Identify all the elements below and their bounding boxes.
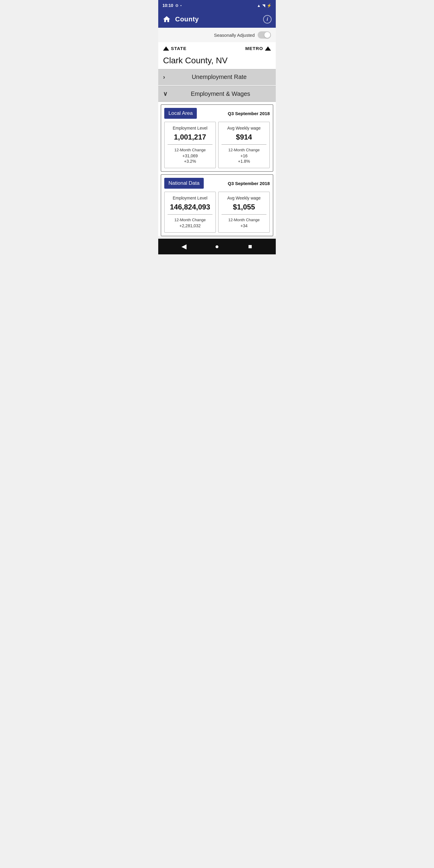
local-area-grid: Employment Level 1,001,217 12-Month Chan… bbox=[164, 122, 270, 168]
seasonally-adjusted-row: Seasonally Adjusted bbox=[158, 28, 276, 42]
unemployment-section-header[interactable]: › Unemployment Rate bbox=[158, 69, 276, 85]
status-bar-right: ▲ ◥ ⚡ bbox=[257, 3, 272, 8]
content-area: Seasonally Adjusted STATE METRO Clark Co… bbox=[158, 28, 276, 236]
seasonally-label: Seasonally Adjusted bbox=[214, 33, 255, 38]
national-data-grid: Employment Level 146,824,093 12-Month Ch… bbox=[164, 192, 270, 233]
status-time: 10:10 bbox=[162, 3, 173, 8]
toggle-knob bbox=[264, 32, 270, 38]
national-avg-wage-cell: Avg Weekly wage $1,055 12-Month Change +… bbox=[218, 192, 270, 233]
status-bar-left: 10:10 ⚙ ▪ bbox=[162, 3, 182, 8]
local-avg-wage-value: $914 bbox=[221, 133, 267, 145]
local-area-date: Q3 September 2018 bbox=[228, 111, 270, 116]
state-nav-button[interactable]: STATE bbox=[163, 46, 187, 51]
navigation-row: STATE METRO bbox=[158, 42, 276, 53]
back-button[interactable]: ◀ bbox=[179, 241, 189, 252]
bottom-navigation: ◀ ● ■ bbox=[158, 239, 276, 254]
battery-icon: ⚡ bbox=[267, 3, 272, 8]
state-nav-label: STATE bbox=[171, 46, 187, 51]
local-employment-level-label: Employment Level bbox=[167, 126, 213, 130]
national-employment-change-absolute: +2,281,032 bbox=[167, 223, 213, 228]
home-button[interactable]: ● bbox=[212, 241, 222, 252]
local-area-card: Local Area Q3 September 2018 Employment … bbox=[161, 104, 273, 172]
state-arrow-icon bbox=[163, 46, 169, 51]
metro-nav-button[interactable]: METRO bbox=[245, 46, 271, 51]
national-avg-wage-value: $1,055 bbox=[221, 203, 267, 215]
signal-icon: ◥ bbox=[262, 3, 265, 8]
info-icon[interactable]: i bbox=[263, 15, 272, 24]
national-avg-wage-change-absolute: +34 bbox=[221, 223, 267, 228]
employment-wages-section-header[interactable]: ∨ Employment & Wages bbox=[158, 86, 276, 102]
local-area-card-header: Local Area Q3 September 2018 bbox=[164, 108, 270, 119]
national-data-card: National Data Q3 September 2018 Employme… bbox=[161, 174, 273, 236]
app-bar-left: County bbox=[162, 15, 199, 24]
national-avg-wage-change-label: 12-Month Change bbox=[221, 218, 267, 222]
national-avg-wage-label: Avg Weekly wage bbox=[221, 195, 267, 200]
national-employment-level-value: 146,824,093 bbox=[167, 203, 213, 215]
county-name: Clark County, NV bbox=[158, 53, 276, 69]
home-icon[interactable] bbox=[162, 15, 171, 24]
national-employment-change-label: 12-Month Change bbox=[167, 218, 213, 222]
status-bar: 10:10 ⚙ ▪ ▲ ◥ ⚡ bbox=[158, 0, 276, 11]
recent-apps-button[interactable]: ■ bbox=[245, 241, 255, 252]
national-data-date: Q3 September 2018 bbox=[228, 181, 270, 186]
employment-wages-section-label: Employment & Wages bbox=[170, 90, 271, 97]
local-employment-change-absolute: +31,069 bbox=[167, 153, 213, 158]
sd-card-icon: ▪ bbox=[181, 4, 182, 7]
employment-wages-chevron: ∨ bbox=[163, 90, 167, 97]
local-area-badge: Local Area bbox=[164, 108, 197, 119]
local-employment-change-percent: +3.2% bbox=[167, 159, 213, 164]
local-avg-wage-change-absolute: +16 bbox=[221, 153, 267, 158]
wifi-icon: ▲ bbox=[257, 3, 261, 8]
seasonally-adjusted-toggle[interactable] bbox=[258, 31, 271, 38]
local-avg-wage-label: Avg Weekly wage bbox=[221, 126, 267, 130]
local-employment-level-value: 1,001,217 bbox=[167, 133, 213, 145]
app-bar: County i bbox=[158, 11, 276, 28]
page-title: County bbox=[175, 16, 199, 23]
unemployment-chevron: › bbox=[163, 73, 165, 81]
local-avg-wage-change-percent: +1.8% bbox=[221, 159, 267, 164]
metro-nav-label: METRO bbox=[245, 46, 263, 51]
national-employment-level-label: Employment Level bbox=[167, 195, 213, 200]
gear-icon: ⚙ bbox=[175, 3, 179, 8]
national-employment-level-cell: Employment Level 146,824,093 12-Month Ch… bbox=[164, 192, 216, 233]
local-avg-wage-change-label: 12-Month Change bbox=[221, 148, 267, 152]
metro-arrow-icon bbox=[265, 46, 271, 51]
local-employment-level-cell: Employment Level 1,001,217 12-Month Chan… bbox=[164, 122, 216, 168]
local-employment-change-label: 12-Month Change bbox=[167, 148, 213, 152]
national-data-card-header: National Data Q3 September 2018 bbox=[164, 178, 270, 189]
local-avg-wage-cell: Avg Weekly wage $914 12-Month Change +16… bbox=[218, 122, 270, 168]
unemployment-section-label: Unemployment Rate bbox=[167, 73, 271, 81]
national-data-badge: National Data bbox=[164, 178, 204, 189]
